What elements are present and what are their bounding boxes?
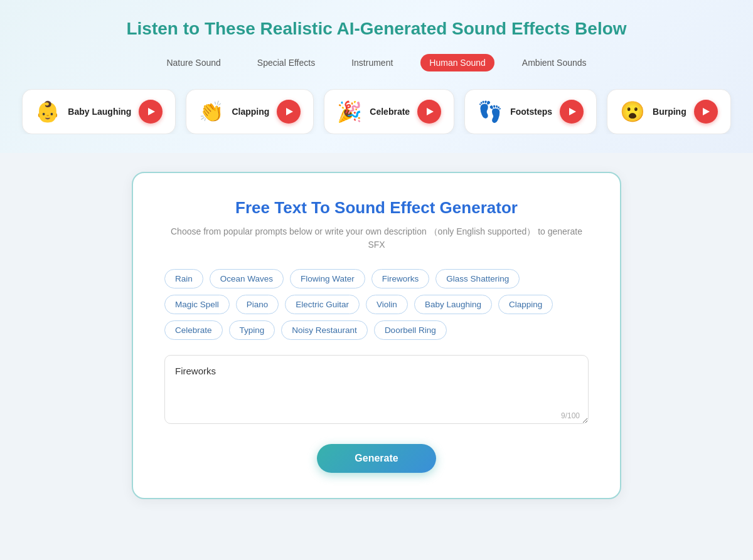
tab-ambient-sounds[interactable]: Ambient Sounds: [513, 54, 595, 71]
play-button-burping[interactable]: [694, 100, 718, 124]
prompt-chips-container: Rain Ocean Waves Flowing Water Fireworks…: [164, 269, 589, 340]
chip-clapping[interactable]: Clapping: [498, 295, 553, 314]
play-button-celebrate[interactable]: [417, 100, 441, 124]
celebrate-emoji: 🎉: [337, 102, 362, 122]
top-section: Listen to These Realistic AI-Generated S…: [0, 0, 753, 153]
footsteps-label: Footsteps: [510, 107, 552, 117]
generator-title: Free Text To Sound Effect Generator: [164, 198, 589, 218]
chip-ocean-waves[interactable]: Ocean Waves: [210, 269, 284, 288]
sound-card-clapping: 👏 Clapping: [186, 89, 314, 134]
chip-fireworks[interactable]: Fireworks: [371, 269, 430, 288]
burping-label: Burping: [653, 107, 686, 117]
textarea-wrapper: Fireworks 9/100: [164, 355, 589, 426]
chip-flowing-water[interactable]: Flowing Water: [290, 269, 365, 288]
burping-emoji: 😮: [620, 102, 645, 122]
chip-doorbell-ring[interactable]: Doorbell Ring: [374, 320, 447, 340]
play-button-clapping[interactable]: [277, 100, 301, 124]
chip-baby-laughing[interactable]: Baby Laughing: [414, 295, 492, 314]
sound-card-footsteps: 👣 Footsteps: [464, 89, 597, 134]
prompt-textarea[interactable]: Fireworks: [164, 355, 589, 424]
char-count: 9/100: [561, 411, 580, 420]
chip-glass-shattering[interactable]: Glass Shattering: [435, 269, 520, 288]
baby-laughing-label: Baby Laughing: [68, 107, 131, 117]
chip-piano[interactable]: Piano: [236, 295, 279, 314]
clapping-label: Clapping: [232, 107, 269, 117]
tab-human-sound[interactable]: Human Sound: [420, 54, 494, 71]
clapping-emoji: 👏: [199, 102, 224, 122]
footsteps-emoji: 👣: [478, 102, 503, 122]
generate-button[interactable]: Generate: [317, 444, 435, 473]
sound-card-baby-laughing: 👶 Baby Laughing: [22, 89, 176, 134]
tab-special-effects[interactable]: Special Effects: [248, 54, 324, 71]
chip-violin[interactable]: Violin: [366, 295, 408, 314]
chip-noisy-restaurant[interactable]: Noisy Restaurant: [281, 320, 368, 340]
play-button-footsteps[interactable]: [560, 100, 584, 124]
sound-card-celebrate: 🎉 Celebrate: [324, 89, 454, 134]
sound-card-burping: 😮 Burping: [607, 89, 731, 134]
tab-nature-sound[interactable]: Nature Sound: [158, 54, 229, 71]
chip-typing[interactable]: Typing: [229, 320, 275, 340]
chip-electric-guitar[interactable]: Electric Guitar: [285, 295, 360, 314]
sound-cards-container: 👶 Baby Laughing 👏 Clapping 🎉 Celebrate 👣…: [13, 89, 740, 134]
tab-instrument[interactable]: Instrument: [343, 54, 402, 71]
generator-section: Free Text To Sound Effect Generator Choo…: [132, 172, 621, 499]
tabs-container: Nature Sound Special Effects Instrument …: [13, 54, 740, 71]
chip-magic-spell[interactable]: Magic Spell: [164, 295, 230, 314]
generator-subtitle: Choose from popular prompts below or wri…: [164, 225, 589, 251]
chip-rain[interactable]: Rain: [164, 269, 203, 288]
main-title: Listen to These Realistic AI-Generated S…: [13, 19, 740, 39]
baby-laughing-emoji: 👶: [35, 102, 60, 122]
celebrate-label: Celebrate: [370, 107, 410, 117]
play-button-baby-laughing[interactable]: [139, 100, 163, 124]
chip-celebrate[interactable]: Celebrate: [164, 320, 223, 340]
